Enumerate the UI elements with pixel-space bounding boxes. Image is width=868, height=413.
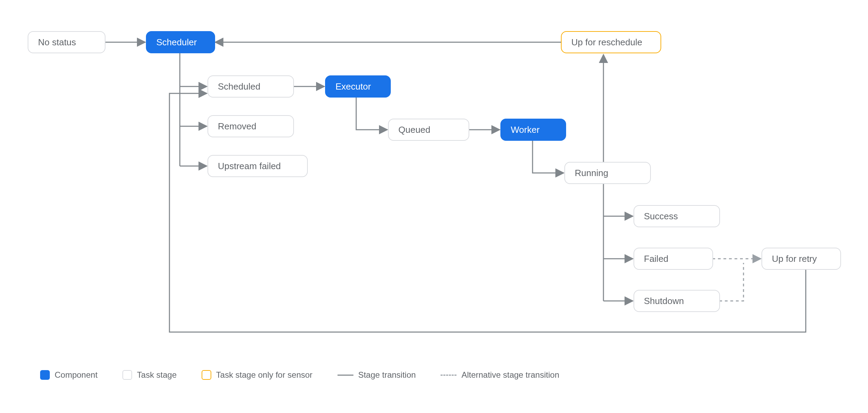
legend-label-component: Component	[55, 370, 98, 380]
node-removed: Removed	[207, 115, 294, 137]
line-solid-icon	[338, 375, 353, 376]
swatch-component-icon	[40, 370, 50, 380]
edge-shutdown-retry	[719, 263, 744, 301]
node-worker: Worker	[500, 119, 566, 141]
swatch-stage-icon	[122, 370, 132, 380]
legend-item-alt-transition: Alternative stage transition	[441, 370, 559, 380]
node-no-status: No status	[28, 31, 105, 53]
legend-item-component: Component	[40, 370, 98, 380]
edges-layer	[0, 0, 868, 413]
swatch-sensor-icon	[202, 370, 211, 380]
legend-item-stage: Task stage	[122, 370, 177, 380]
edge-worker-running	[533, 141, 564, 173]
node-executor: Executor	[325, 75, 391, 98]
edge-executor-queued	[356, 98, 387, 130]
node-up-for-reschedule: Up for reschedule	[561, 31, 661, 53]
node-shutdown: Shutdown	[634, 290, 720, 312]
node-up-for-retry: Up for retry	[761, 248, 841, 270]
node-upstream-failed: Upstream failed	[207, 155, 308, 177]
legend-label-sensor: Task stage only for sensor	[216, 370, 313, 380]
legend: Component Task stage Task stage only for…	[40, 370, 559, 380]
node-scheduler: Scheduler	[146, 31, 215, 53]
legend-item-transition: Stage transition	[338, 370, 416, 380]
legend-label-transition: Stage transition	[358, 370, 416, 380]
legend-item-sensor: Task stage only for sensor	[202, 370, 313, 380]
node-queued: Queued	[388, 119, 469, 141]
node-scheduled: Scheduled	[207, 75, 294, 98]
node-failed: Failed	[634, 248, 713, 270]
node-running: Running	[564, 162, 651, 184]
legend-label-alt-transition: Alternative stage transition	[461, 370, 559, 380]
line-dashed-icon	[441, 375, 456, 376]
node-success: Success	[634, 205, 720, 227]
legend-label-stage: Task stage	[137, 370, 177, 380]
diagram-canvas: No status Scheduler Scheduled Removed Up…	[0, 0, 868, 413]
